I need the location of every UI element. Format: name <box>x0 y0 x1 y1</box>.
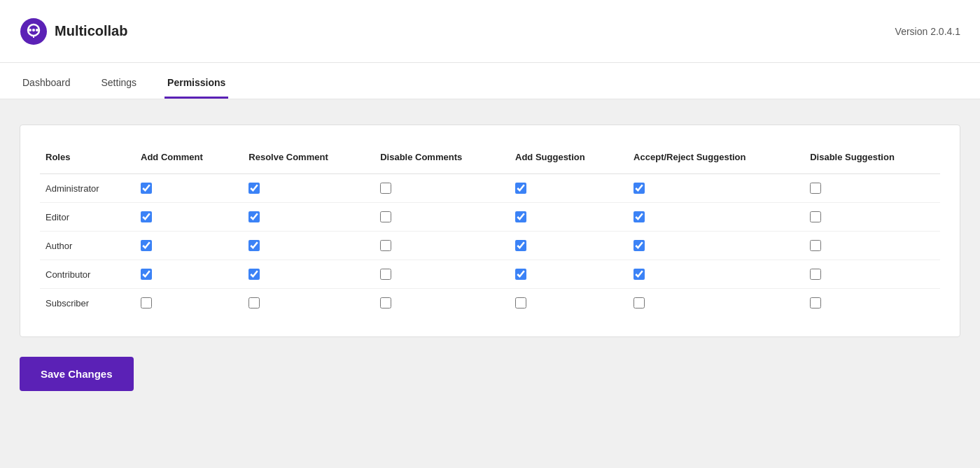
cell-disable_suggestion-3[interactable] <box>802 260 940 289</box>
svg-point-4 <box>36 29 38 31</box>
cell-add_comment-4[interactable] <box>132 289 240 318</box>
checkbox-disable_comments-2[interactable] <box>380 240 391 251</box>
role-cell-3: Contributor <box>40 260 132 289</box>
checkbox-disable_suggestion-2[interactable] <box>810 240 821 251</box>
checkbox-add_comment-4[interactable] <box>141 297 152 309</box>
table-row: Administrator <box>40 174 940 203</box>
cell-resolve_comment-4[interactable] <box>240 289 372 318</box>
cell-disable_comments-1[interactable] <box>372 203 507 232</box>
checkbox-disable_comments-0[interactable] <box>380 183 391 194</box>
tab-dashboard[interactable]: Dashboard <box>20 77 74 99</box>
cell-disable_suggestion-4[interactable] <box>802 289 940 318</box>
checkbox-disable_suggestion-3[interactable] <box>810 269 821 280</box>
cell-accept_reject_suggestion-3[interactable] <box>625 260 802 289</box>
cell-disable_comments-2[interactable] <box>372 232 507 260</box>
table-row: Subscriber <box>40 289 940 318</box>
table-row: Contributor <box>40 260 940 289</box>
checkbox-disable_suggestion-4[interactable] <box>810 297 821 309</box>
col-accept-reject-suggestion: Accept/Reject Suggestion <box>625 145 802 174</box>
col-disable-comments: Disable Comments <box>372 145 507 174</box>
cell-accept_reject_suggestion-2[interactable] <box>625 232 802 260</box>
logo-icon <box>20 17 48 45</box>
cell-add_comment-1[interactable] <box>132 203 240 232</box>
cell-disable_comments-3[interactable] <box>372 260 507 289</box>
cell-add_comment-3[interactable] <box>132 260 240 289</box>
svg-point-2 <box>29 29 31 31</box>
checkbox-add_suggestion-2[interactable] <box>515 240 526 251</box>
cell-disable_suggestion-0[interactable] <box>802 174 940 203</box>
cell-accept_reject_suggestion-1[interactable] <box>625 203 802 232</box>
checkbox-resolve_comment-4[interactable] <box>248 297 260 309</box>
permissions-card: Roles Add Comment Resolve Comment Disabl… <box>20 125 960 337</box>
checkbox-disable_comments-4[interactable] <box>380 297 391 309</box>
cell-add_suggestion-3[interactable] <box>507 260 625 289</box>
cell-disable_suggestion-1[interactable] <box>802 203 940 232</box>
checkbox-accept_reject_suggestion-0[interactable] <box>634 183 645 194</box>
col-resolve-comment: Resolve Comment <box>240 145 372 174</box>
col-add-suggestion: Add Suggestion <box>507 145 625 174</box>
cell-add_comment-0[interactable] <box>132 174 240 203</box>
checkbox-add_comment-0[interactable] <box>141 183 152 194</box>
checkbox-resolve_comment-0[interactable] <box>248 183 260 194</box>
checkbox-disable_comments-3[interactable] <box>380 269 391 280</box>
checkbox-add_suggestion-3[interactable] <box>515 269 526 280</box>
col-roles: Roles <box>40 145 132 174</box>
cell-accept_reject_suggestion-0[interactable] <box>625 174 802 203</box>
checkbox-accept_reject_suggestion-4[interactable] <box>634 297 645 309</box>
tab-settings[interactable]: Settings <box>99 77 140 99</box>
cell-add_comment-2[interactable] <box>132 232 240 260</box>
nav-tabs: Dashboard Settings Permissions <box>0 63 980 99</box>
app-title: Multicollab <box>55 23 127 39</box>
version-label: Version 2.0.4.1 <box>895 26 960 37</box>
checkbox-disable_comments-1[interactable] <box>380 211 391 222</box>
checkbox-add_suggestion-1[interactable] <box>515 211 526 222</box>
checkbox-add_suggestion-4[interactable] <box>515 297 526 309</box>
checkbox-resolve_comment-3[interactable] <box>248 269 260 280</box>
role-cell-0: Administrator <box>40 174 132 203</box>
save-changes-button[interactable]: Save Changes <box>20 357 134 391</box>
role-cell-1: Editor <box>40 203 132 232</box>
permissions-table: Roles Add Comment Resolve Comment Disabl… <box>40 145 940 317</box>
cell-resolve_comment-3[interactable] <box>240 260 372 289</box>
checkbox-add_comment-3[interactable] <box>141 269 152 280</box>
cell-resolve_comment-2[interactable] <box>240 232 372 260</box>
checkbox-disable_suggestion-0[interactable] <box>810 183 821 194</box>
col-disable-suggestion: Disable Suggestion <box>802 145 940 174</box>
tab-permissions[interactable]: Permissions <box>164 77 228 99</box>
cell-resolve_comment-1[interactable] <box>240 203 372 232</box>
role-cell-4: Subscriber <box>40 289 132 318</box>
cell-add_suggestion-2[interactable] <box>507 232 625 260</box>
cell-add_suggestion-0[interactable] <box>507 174 625 203</box>
checkbox-accept_reject_suggestion-3[interactable] <box>634 269 645 280</box>
cell-resolve_comment-0[interactable] <box>240 174 372 203</box>
checkbox-add_comment-1[interactable] <box>141 211 152 222</box>
checkbox-resolve_comment-2[interactable] <box>248 240 260 251</box>
table-row: Editor <box>40 203 940 232</box>
checkbox-disable_suggestion-1[interactable] <box>810 211 821 222</box>
cell-disable_comments-0[interactable] <box>372 174 507 203</box>
table-header-row: Roles Add Comment Resolve Comment Disabl… <box>40 145 940 174</box>
logo-area: Multicollab <box>20 17 127 45</box>
checkbox-add_suggestion-0[interactable] <box>515 183 526 194</box>
main-content: Roles Add Comment Resolve Comment Disabl… <box>0 116 980 411</box>
cell-add_suggestion-4[interactable] <box>507 289 625 318</box>
checkbox-accept_reject_suggestion-2[interactable] <box>634 240 645 251</box>
cell-disable_suggestion-2[interactable] <box>802 232 940 260</box>
role-cell-2: Author <box>40 232 132 260</box>
cell-accept_reject_suggestion-4[interactable] <box>625 289 802 318</box>
svg-point-3 <box>32 29 35 31</box>
cell-disable_comments-4[interactable] <box>372 289 507 318</box>
checkbox-accept_reject_suggestion-1[interactable] <box>634 211 645 222</box>
col-add-comment: Add Comment <box>132 145 240 174</box>
checkbox-resolve_comment-1[interactable] <box>248 211 260 222</box>
app-header: Multicollab Version 2.0.4.1 <box>0 0 980 63</box>
checkbox-add_comment-2[interactable] <box>141 240 152 251</box>
table-row: Author <box>40 232 940 260</box>
cell-add_suggestion-1[interactable] <box>507 203 625 232</box>
